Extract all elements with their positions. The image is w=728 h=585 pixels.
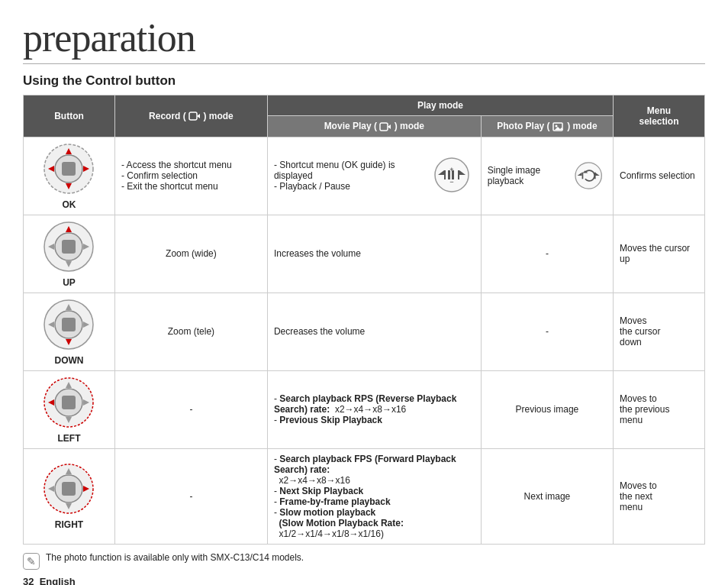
right-photo: Next image xyxy=(481,448,613,544)
header-movie: Movie Play ( ) mode xyxy=(267,116,481,137)
ok-photo: Single image playback xyxy=(481,137,613,215)
header-button: Button xyxy=(24,95,115,137)
btn-down-label: DOWN xyxy=(30,355,108,366)
photo-play-icon xyxy=(571,159,607,192)
down-button-icon xyxy=(42,298,95,351)
left-movie: - Search playback RPS (Reverse Playback … xyxy=(267,370,481,448)
control-button-table: Button Record ( ) mode Play mode Menusel… xyxy=(23,95,705,545)
svg-point-5 xyxy=(555,124,557,127)
btn-right: RIGHT xyxy=(24,448,115,544)
svg-rect-35 xyxy=(62,240,76,254)
btn-up-label: UP xyxy=(30,277,108,288)
ok-movie: - Shortcut menu (OK guide) is displayed … xyxy=(267,137,481,215)
down-movie: Decreases the volume xyxy=(267,292,481,370)
table-row: DOWN Zoom (tele) Decreases the volume - … xyxy=(24,292,705,370)
svg-rect-42 xyxy=(62,318,76,331)
btn-left: LEFT xyxy=(24,370,115,448)
right-menu: Moves tothe nextmenu xyxy=(614,448,705,544)
svg-rect-21 xyxy=(458,170,459,179)
left-record: - xyxy=(114,370,267,448)
down-menu: Movesthe cursordown xyxy=(614,292,705,370)
btn-ok: OK xyxy=(24,137,115,215)
svg-rect-13 xyxy=(62,162,76,176)
btn-right-label: RIGHT xyxy=(30,519,108,530)
svg-rect-2 xyxy=(380,123,388,131)
svg-text:−: − xyxy=(449,178,453,186)
btn-left-label: LEFT xyxy=(30,433,108,444)
left-menu: Moves tothe previousmenu xyxy=(614,370,705,448)
note-icon: ✎ xyxy=(23,553,40,570)
down-photo: - xyxy=(481,292,613,370)
section-title: Using the Control button xyxy=(23,73,705,89)
btn-ok-label: OK xyxy=(30,199,108,210)
ok-record: - Access the shortcut menu - Confirm sel… xyxy=(114,137,267,215)
svg-rect-56 xyxy=(62,482,76,496)
left-photo: Previous image xyxy=(481,370,613,448)
svg-rect-28 xyxy=(594,173,596,179)
table-row: LEFT - - Search playback RPS (Reverse Pl… xyxy=(24,370,705,448)
up-button-icon xyxy=(42,220,95,273)
svg-rect-25 xyxy=(581,173,583,179)
page-number: 32_English xyxy=(23,576,705,585)
ok-button-icon xyxy=(42,142,95,196)
svg-rect-49 xyxy=(62,396,76,409)
up-menu: Moves the cursor up xyxy=(614,215,705,292)
up-photo: - xyxy=(481,215,613,292)
right-movie: - Search playback FPS (Forward Playback … xyxy=(267,448,481,544)
ok-menu: Confirms selection xyxy=(614,137,705,215)
up-record: Zoom (wide) xyxy=(114,215,267,292)
right-button-icon xyxy=(42,462,95,516)
header-menu: Menuselection xyxy=(614,95,705,137)
header-play-mode: Play mode xyxy=(267,95,613,116)
svg-rect-0 xyxy=(189,112,197,120)
footer-note: ✎ The photo function is available only w… xyxy=(23,552,705,570)
right-record: - xyxy=(114,448,267,544)
btn-down: DOWN xyxy=(24,292,115,370)
page-title: preparation xyxy=(23,15,705,64)
svg-rect-17 xyxy=(444,170,446,179)
btn-up: UP xyxy=(24,215,115,292)
header-photo: Photo Play ( ) mode xyxy=(481,116,613,137)
table-row: RIGHT - - Search playback FPS (Forward P… xyxy=(24,448,705,544)
table-row: UP Zoom (wide) Increases the volume - Mo… xyxy=(24,215,705,292)
left-button-icon xyxy=(42,376,95,429)
up-movie: Increases the volume xyxy=(267,215,481,292)
table-row: OK - Access the shortcut menu - Confirm … xyxy=(24,137,705,215)
movie-play-icon: + − xyxy=(429,157,475,193)
down-record: Zoom (tele) xyxy=(114,292,267,370)
header-record: Record ( ) mode xyxy=(114,95,267,137)
footer-text: The photo function is available only wit… xyxy=(46,552,304,563)
